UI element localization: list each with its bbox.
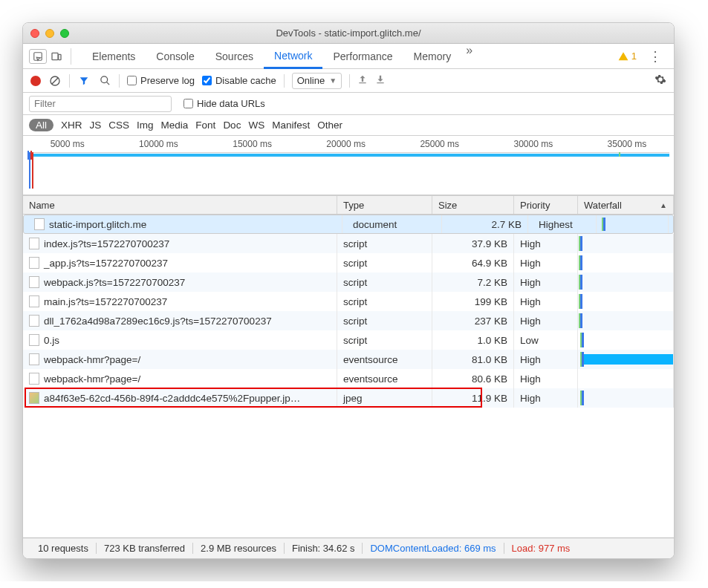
gear-icon[interactable] bbox=[655, 74, 666, 88]
sb-load: Load: 977 ms bbox=[504, 543, 578, 554]
svg-point-4 bbox=[100, 76, 107, 83]
cell-name: index.js?ts=1572270700237 bbox=[23, 234, 337, 253]
cell-waterfall bbox=[578, 350, 674, 369]
tick: 20000 ms bbox=[326, 139, 366, 149]
table-row[interactable]: webpack.js?ts=1572270700237script7.2 KBH… bbox=[23, 272, 674, 292]
sb-requests: 10 requests bbox=[30, 543, 97, 554]
table-row[interactable]: webpack-hmr?page=/eventsource80.6 KBHigh bbox=[23, 369, 674, 388]
hide-data-urls-input[interactable] bbox=[184, 99, 193, 108]
cell-name: a84f63e5-62cd-456b-89f4-c2adddc4e575%2Fp… bbox=[23, 388, 337, 408]
filter-icon[interactable] bbox=[77, 74, 91, 88]
cell-priority: High bbox=[514, 253, 578, 272]
cell-name: webpack-hmr?page=/ bbox=[23, 369, 337, 388]
settings-menu-icon[interactable]: ⋮ bbox=[643, 48, 668, 65]
cell-size: 37.9 KB bbox=[432, 234, 514, 253]
type-img[interactable]: Img bbox=[137, 120, 154, 131]
warnings-badge[interactable]: 1 bbox=[618, 50, 637, 62]
preserve-log-input[interactable] bbox=[127, 76, 137, 85]
filter-input[interactable] bbox=[29, 96, 172, 112]
hide-data-urls-label: Hide data URLs bbox=[197, 98, 265, 109]
cell-name: webpack-hmr?page=/ bbox=[23, 350, 337, 369]
disable-cache-label: Disable cache bbox=[215, 75, 276, 86]
separator bbox=[349, 74, 350, 88]
type-ws[interactable]: WS bbox=[248, 120, 264, 131]
table-row[interactable]: index.js?ts=1572270700237script37.9 KBHi… bbox=[23, 234, 674, 253]
timeline-overview[interactable]: 5000 ms 10000 ms 15000 ms 20000 ms 25000… bbox=[23, 136, 674, 195]
cell-size: 64.9 KB bbox=[432, 253, 514, 272]
tab-elements[interactable]: Elements bbox=[82, 44, 146, 68]
file-icon bbox=[29, 257, 39, 269]
cell-priority: High bbox=[514, 311, 578, 330]
col-name[interactable]: Name bbox=[23, 196, 337, 214]
svg-rect-2 bbox=[59, 54, 61, 59]
record-button[interactable] bbox=[30, 76, 41, 86]
throttle-select[interactable]: Online ▼ bbox=[292, 73, 342, 89]
cell-type: script bbox=[337, 292, 432, 311]
type-js[interactable]: JS bbox=[90, 120, 102, 131]
col-waterfall[interactable]: Waterfall▲ bbox=[578, 196, 674, 214]
cell-size: 7.2 KB bbox=[432, 272, 514, 292]
col-type[interactable]: Type bbox=[337, 196, 432, 214]
file-icon bbox=[34, 218, 45, 230]
cell-size: 2.7 KB bbox=[446, 215, 528, 233]
table-row[interactable]: dll_1762a4d98a7289ec16c9.js?ts=157227070… bbox=[23, 311, 674, 330]
disable-cache-input[interactable] bbox=[202, 76, 212, 85]
type-media[interactable]: Media bbox=[161, 120, 189, 131]
cell-name: main.js?ts=1572270700237 bbox=[23, 292, 337, 311]
table-row[interactable]: a84f63e5-62cd-456b-89f4-c2adddc4e575%2Fp… bbox=[23, 388, 674, 408]
tick: 10000 ms bbox=[139, 139, 178, 149]
type-manifest[interactable]: Manifest bbox=[272, 120, 310, 131]
cell-waterfall bbox=[578, 253, 674, 272]
table-row[interactable]: 0.jsscript1.0 KBLow bbox=[23, 330, 674, 350]
upload-har-icon[interactable] bbox=[357, 74, 368, 88]
device-toggle-icon[interactable] bbox=[48, 48, 65, 65]
cell-priority: High bbox=[514, 292, 578, 311]
type-doc[interactable]: Doc bbox=[223, 120, 241, 131]
tab-network[interactable]: Network bbox=[264, 44, 322, 69]
inspect-icon[interactable] bbox=[29, 49, 47, 64]
table-row[interactable]: static-import.glitch.medocument2.7 KBHig… bbox=[23, 215, 674, 234]
table-row[interactable]: _app.js?ts=1572270700237script64.9 KBHig… bbox=[23, 253, 674, 272]
network-toolbar: Preserve log Disable cache Online ▼ bbox=[23, 69, 674, 93]
file-icon bbox=[29, 295, 39, 307]
download-har-icon[interactable] bbox=[375, 74, 386, 88]
cell-size: 11.9 KB bbox=[432, 388, 514, 408]
cell-type: eventsource bbox=[337, 350, 432, 369]
type-css[interactable]: CSS bbox=[108, 120, 129, 131]
warning-count: 1 bbox=[631, 50, 637, 62]
tab-performance[interactable]: Performance bbox=[322, 44, 403, 68]
cell-waterfall bbox=[578, 272, 674, 292]
hide-data-urls-checkbox[interactable]: Hide data URLs bbox=[184, 98, 265, 109]
search-icon[interactable] bbox=[98, 74, 111, 88]
preserve-log-checkbox[interactable]: Preserve log bbox=[127, 75, 195, 86]
svg-rect-5 bbox=[359, 82, 366, 83]
more-tabs-icon[interactable]: » bbox=[461, 44, 477, 68]
col-size[interactable]: Size bbox=[432, 196, 514, 214]
file-icon bbox=[29, 353, 39, 365]
disable-cache-checkbox[interactable]: Disable cache bbox=[202, 75, 276, 86]
cell-priority: High bbox=[514, 388, 578, 408]
file-name: 0.js bbox=[44, 335, 59, 346]
cell-name: dll_1762a4d98a7289ec16c9.js?ts=157227070… bbox=[23, 311, 337, 330]
cell-size: 237 KB bbox=[432, 311, 514, 330]
cell-waterfall bbox=[578, 388, 674, 408]
tab-console[interactable]: Console bbox=[146, 44, 204, 68]
tab-sources[interactable]: Sources bbox=[205, 44, 264, 68]
type-font[interactable]: Font bbox=[195, 120, 215, 131]
file-name: index.js?ts=1572270700237 bbox=[44, 238, 169, 249]
chevron-down-icon: ▼ bbox=[329, 76, 337, 85]
tick: 25000 ms bbox=[420, 139, 459, 149]
table-row[interactable]: webpack-hmr?page=/eventsource81.0 KBHigh bbox=[23, 350, 674, 369]
clear-icon[interactable] bbox=[48, 74, 62, 88]
type-other[interactable]: Other bbox=[317, 120, 342, 131]
file-name: static-import.glitch.me bbox=[49, 219, 146, 230]
cell-type: script bbox=[337, 330, 432, 350]
tab-memory[interactable]: Memory bbox=[403, 44, 462, 68]
type-all[interactable]: All bbox=[29, 119, 53, 131]
file-name: _app.js?ts=1572270700237 bbox=[44, 258, 168, 269]
table-row[interactable]: main.js?ts=1572270700237script199 KBHigh bbox=[23, 292, 674, 311]
panel-tabs: Elements Console Sources Network Perform… bbox=[82, 44, 477, 68]
type-xhr[interactable]: XHR bbox=[61, 120, 82, 131]
cell-type: document bbox=[347, 215, 442, 233]
col-priority[interactable]: Priority bbox=[514, 196, 578, 214]
